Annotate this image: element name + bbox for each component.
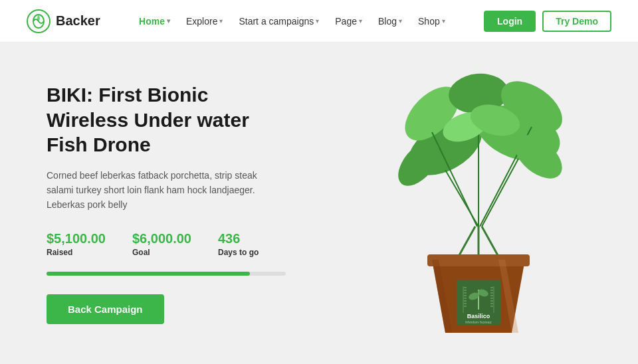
hero-title: BIKI: First Bionic Wireless Under water … bbox=[47, 82, 286, 157]
back-campaign-button[interactable]: Back Campaign bbox=[47, 294, 164, 324]
logo-text: Backer bbox=[56, 13, 100, 29]
svg-text:hhmhm homez: hhmhm homez bbox=[465, 320, 492, 324]
progress-bar-container bbox=[47, 272, 286, 276]
stat-days: 436 Days to go bbox=[218, 231, 259, 257]
hero-section: BIKI: First Bionic Wireless Under water … bbox=[0, 43, 638, 364]
nav-blog[interactable]: Blog ▾ bbox=[372, 12, 409, 31]
stat-raised-value: $5,100.00 bbox=[47, 231, 106, 246]
try-demo-button[interactable]: Try Demo bbox=[542, 11, 611, 32]
main-nav: Home ▾ Explore ▾ Start a campaigns ▾ Pag… bbox=[132, 12, 452, 31]
svg-line-5 bbox=[482, 159, 518, 227]
nav-shop[interactable]: Shop ▾ bbox=[411, 12, 452, 31]
nav-page[interactable]: Page ▾ bbox=[328, 12, 369, 31]
login-button[interactable]: Login bbox=[484, 11, 536, 32]
stat-raised: $5,100.00 Raised bbox=[47, 231, 106, 257]
chevron-down-icon: ▾ bbox=[316, 17, 319, 25]
hero-content: BIKI: First Bionic Wireless Under water … bbox=[0, 43, 319, 364]
chevron-down-icon: ▾ bbox=[359, 17, 362, 25]
chevron-down-icon: ▾ bbox=[219, 17, 223, 25]
chevron-down-icon: ▾ bbox=[167, 17, 170, 25]
header: Backer Home ▾ Explore ▾ Start a campaign… bbox=[0, 0, 638, 43]
stat-goal-value: $6,000.00 bbox=[132, 231, 191, 246]
plant-pot-illustration: Basilico hhmhm homez bbox=[366, 60, 591, 346]
stat-goal: $6,000.00 Goal bbox=[132, 231, 191, 257]
svg-text:Basilico: Basilico bbox=[467, 313, 490, 319]
nav-buttons: Login Try Demo bbox=[484, 11, 611, 32]
stat-days-value: 436 bbox=[218, 231, 259, 246]
nav-start-campaigns[interactable]: Start a campaigns ▾ bbox=[232, 12, 326, 31]
nav-explore[interactable]: Explore ▾ bbox=[179, 12, 229, 31]
hero-image: Basilico hhmhm homez bbox=[319, 43, 638, 364]
nav-home[interactable]: Home ▾ bbox=[132, 12, 177, 31]
chevron-down-icon: ▾ bbox=[442, 17, 445, 25]
svg-line-16 bbox=[459, 227, 475, 256]
hero-description: Corned beef leberkas fatback porchetta, … bbox=[47, 168, 286, 213]
stat-raised-label: Raised bbox=[47, 248, 106, 257]
chevron-down-icon: ▾ bbox=[399, 17, 402, 25]
stats-row: $5,100.00 Raised $6,000.00 Goal 436 Days… bbox=[47, 231, 286, 257]
stat-days-label: Days to go bbox=[218, 248, 259, 257]
progress-bar-fill bbox=[47, 272, 250, 276]
svg-rect-19 bbox=[427, 254, 530, 266]
stat-goal-label: Goal bbox=[132, 248, 191, 257]
svg-line-18 bbox=[482, 227, 498, 256]
logo-icon bbox=[27, 9, 51, 33]
logo[interactable]: Backer bbox=[27, 9, 100, 33]
